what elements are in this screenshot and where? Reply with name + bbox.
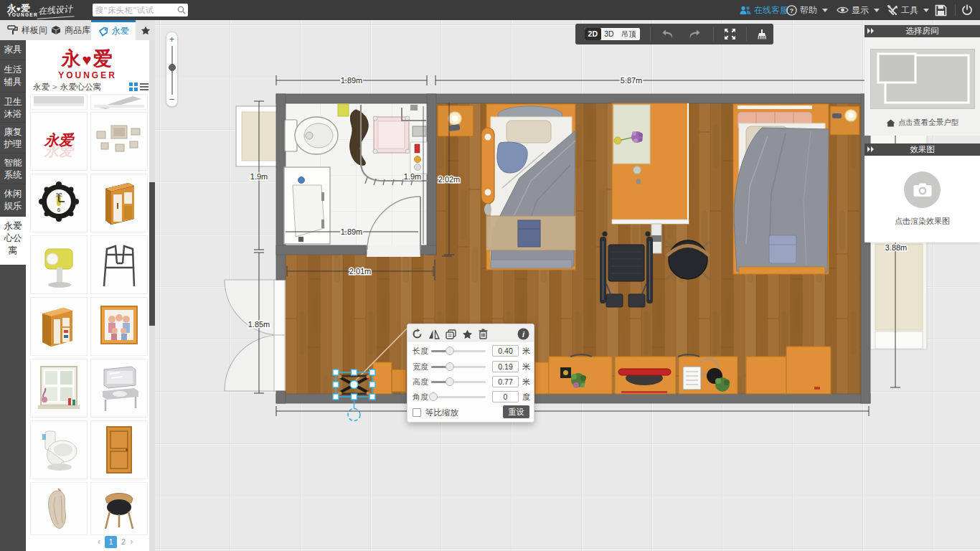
product-thumb[interactable]	[90, 112, 148, 171]
product-thumb[interactable]	[90, 174, 148, 232]
copy-icon[interactable]	[446, 329, 456, 339]
search-icon[interactable]	[177, 6, 186, 14]
sidebar-item-furniture[interactable]: 家具	[0, 40, 26, 60]
product-thumb[interactable]	[90, 94, 148, 110]
view-2d-button[interactable]: 2D	[585, 28, 601, 40]
grid-view-icon[interactable]	[129, 83, 138, 91]
product-thumb[interactable]	[90, 235, 148, 294]
rotate-icon[interactable]	[412, 329, 423, 339]
svg-text:1.9m: 1.9m	[250, 172, 268, 181]
save-button[interactable]	[935, 0, 947, 20]
tab-sample-rooms[interactable]: 样板间	[4, 20, 50, 40]
sidebar-item-sanitary[interactable]: 卫生沐浴	[0, 93, 26, 123]
power-button[interactable]	[961, 0, 973, 20]
zoom-in-button[interactable]: +	[166, 34, 177, 44]
page-2-button[interactable]: 2	[121, 537, 126, 546]
brand-logo: 永♥爱 YOUNGER	[26, 46, 149, 80]
product-thumb[interactable]: 永爱永爱	[30, 112, 88, 171]
product-thumb[interactable]	[30, 235, 88, 294]
next-page-button[interactable]: ›	[130, 537, 133, 547]
angle-input[interactable]	[492, 391, 519, 402]
clear-button[interactable]	[756, 29, 768, 40]
toolbar-divider	[713, 27, 714, 41]
sidebar-item-life-aids[interactable]: 生活辅具	[0, 60, 26, 93]
product-thumb[interactable]	[90, 359, 148, 418]
angle-row: 角度 度	[413, 391, 530, 402]
sidebar-item-smart-systems[interactable]: 智能系统	[0, 154, 26, 184]
product-thumb[interactable]	[30, 482, 88, 535]
caret-down-icon	[822, 9, 828, 12]
product-thumb[interactable]	[30, 359, 88, 418]
search-input[interactable]	[95, 4, 173, 17]
sidebar-item-rehab-care[interactable]: 康复护理	[0, 123, 26, 154]
length-input[interactable]	[492, 345, 519, 357]
tools-menu[interactable]: 工具	[887, 0, 929, 20]
sidebar-item-leisure[interactable]: 休闲娱乐	[0, 184, 26, 217]
view-3d-button[interactable]: 3D	[601, 28, 618, 40]
width-slider[interactable]	[431, 366, 486, 368]
search-box[interactable]	[93, 4, 188, 17]
home-icon	[886, 119, 895, 127]
breadcrumb[interactable]: 永爱>永爱心公寓	[33, 82, 101, 93]
room-panel-hint[interactable]: 点击查看全景户型	[864, 118, 980, 128]
category-sidebar: 家具 生活辅具 卫生沐浴 康复护理 智能系统 休闲娱乐 永爱心公寓	[0, 40, 26, 551]
star-icon	[141, 25, 151, 36]
fullscreen-button[interactable]	[724, 28, 736, 40]
sidebar-item-yongai-apartment[interactable]: 永爱心公寓	[0, 217, 26, 265]
product-thumb[interactable]	[90, 482, 148, 535]
prev-page-button[interactable]: ‹	[98, 537, 100, 547]
length-slider[interactable]	[431, 350, 486, 352]
render-button[interactable]	[904, 171, 941, 208]
render-panel-header[interactable]: 效果图	[864, 143, 980, 156]
list-view-icon[interactable]	[140, 83, 149, 91]
room-thumbnail[interactable]	[870, 49, 975, 109]
page-1-button[interactable]: 1	[105, 536, 117, 548]
height-slider[interactable]	[431, 381, 486, 383]
render-panel-hint[interactable]: 点击渲染效果图	[864, 216, 980, 227]
rotate-handle[interactable]	[348, 409, 360, 421]
height-input[interactable]	[492, 376, 519, 387]
tab-yongai[interactable]: 永爱	[91, 20, 136, 40]
online-service-button[interactable]: 在线客服	[740, 0, 788, 20]
redo-button[interactable]	[688, 29, 702, 39]
mirror-icon[interactable]	[428, 329, 440, 339]
view-ceiling-button[interactable]: 吊顶	[617, 28, 640, 40]
favorite-icon[interactable]	[462, 329, 473, 339]
undo-button[interactable]	[661, 29, 674, 39]
view-toolbar: 2D 3D 吊顶	[575, 24, 773, 44]
angle-slider[interactable]	[431, 396, 486, 398]
svg-text:1.9m: 1.9m	[404, 172, 421, 181]
fullscreen-icon	[724, 28, 736, 40]
product-thumb[interactable]	[90, 297, 148, 356]
floor-plan[interactable]: 1.89m 5.87m 7.88m 1.9m 1.85m 3.88m 1.89m…	[155, 20, 980, 551]
product-thumb[interactable]	[30, 420, 88, 479]
delete-icon[interactable]	[479, 329, 488, 339]
render-panel-body: 点击渲染效果图	[864, 156, 980, 242]
product-thumb[interactable]: 126	[30, 174, 88, 232]
svg-text:2.01m: 2.01m	[349, 267, 372, 276]
zoom-knob[interactable]	[169, 64, 176, 71]
scale-lock-label: 等比缩放	[425, 408, 458, 418]
save-icon	[935, 4, 947, 17]
zoom-out-button[interactable]: −	[166, 94, 177, 105]
collapse-icon[interactable]	[867, 146, 875, 153]
room-panel-header[interactable]: 选择房间	[864, 25, 980, 37]
width-input[interactable]	[492, 361, 519, 372]
info-icon[interactable]: i	[517, 328, 529, 340]
svg-text:2.02m: 2.02m	[438, 175, 461, 184]
product-thumb[interactable]	[90, 420, 148, 479]
app-screen: 1.89m 5.87m 7.88m 1.9m 1.85m 3.88m 1.89m…	[0, 0, 980, 551]
help-menu[interactable]: ? 帮助	[786, 0, 828, 20]
brand-heart-icon: ♥	[82, 51, 93, 69]
product-thumb[interactable]	[30, 297, 88, 356]
product-thumb[interactable]	[30, 94, 88, 110]
width-row: 宽度 米	[413, 361, 530, 372]
display-menu[interactable]: 显示	[837, 0, 880, 20]
reset-button[interactable]: 重设	[503, 405, 529, 418]
tab-product-library[interactable]: 商品库	[48, 20, 93, 40]
scale-lock-checkbox[interactable]	[413, 408, 421, 417]
collapse-icon[interactable]	[867, 27, 875, 34]
favorites-tab[interactable]	[138, 20, 154, 40]
panel-scrollbar-thumb[interactable]	[149, 182, 155, 326]
app-logo-en: YOUNGER	[8, 12, 38, 17]
